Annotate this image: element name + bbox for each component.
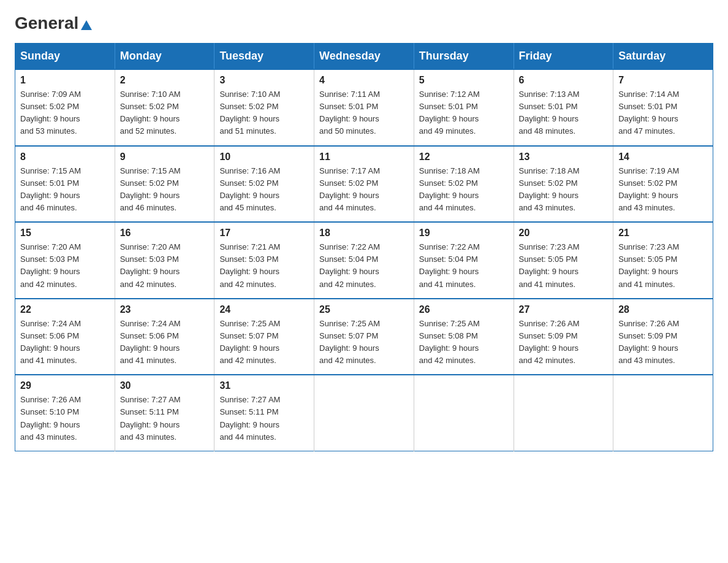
day-info-line: Sunrise: 7:25 AM [319, 318, 409, 330]
day-info-line: Sunset: 5:05 PM [618, 253, 708, 266]
day-info-line: Daylight: 9 hours [20, 419, 110, 431]
day-info-line: Sunset: 5:03 PM [219, 253, 309, 266]
day-info: Sunrise: 7:14 AMSunset: 5:01 PMDaylight:… [618, 88, 708, 138]
day-info: Sunrise: 7:15 AMSunset: 5:01 PMDaylight:… [20, 165, 110, 215]
day-info-line: and 43 minutes. [20, 431, 110, 443]
day-info-line: Sunrise: 7:10 AM [219, 88, 309, 101]
day-info-line: and 42 minutes. [120, 278, 210, 291]
day-info-line: Daylight: 9 hours [120, 113, 210, 125]
day-info-line: Sunset: 5:02 PM [20, 101, 110, 113]
day-info-line: Sunset: 5:06 PM [120, 330, 210, 342]
day-info: Sunrise: 7:18 AMSunset: 5:02 PMDaylight:… [519, 165, 609, 215]
day-info-line: Daylight: 9 hours [120, 419, 210, 431]
day-info: Sunrise: 7:26 AMSunset: 5:09 PMDaylight:… [618, 318, 708, 367]
day-info-line: and 41 minutes. [419, 278, 509, 291]
calendar-cell: 8Sunrise: 7:15 AMSunset: 5:01 PMDaylight… [15, 146, 115, 223]
day-info-line: Daylight: 9 hours [219, 419, 309, 431]
day-info-line: Sunrise: 7:23 AM [519, 241, 609, 253]
day-info-line: and 45 minutes. [219, 202, 309, 214]
calendar-cell: 12Sunrise: 7:18 AMSunset: 5:02 PMDayligh… [414, 146, 514, 223]
day-number: 26 [419, 304, 509, 315]
calendar-cell: 9Sunrise: 7:15 AMSunset: 5:02 PMDaylight… [115, 146, 214, 223]
day-info-line: Sunset: 5:05 PM [519, 253, 609, 266]
day-number: 15 [20, 228, 110, 239]
day-number: 16 [120, 228, 210, 239]
day-info-line: Sunset: 5:04 PM [419, 253, 509, 266]
calendar-cell: 20Sunrise: 7:23 AMSunset: 5:05 PMDayligh… [514, 222, 613, 299]
day-info-line: Daylight: 9 hours [618, 266, 708, 278]
day-info-line: Sunrise: 7:12 AM [419, 88, 509, 101]
logo-icon: General [15, 15, 93, 32]
day-info-line: Daylight: 9 hours [20, 190, 110, 202]
day-info-line: Daylight: 9 hours [20, 342, 110, 354]
day-info-line: Daylight: 9 hours [120, 266, 210, 278]
day-info-line: Sunset: 5:09 PM [618, 330, 708, 342]
day-info-line: Daylight: 9 hours [20, 113, 110, 125]
day-info-line: and 42 minutes. [219, 278, 309, 291]
calendar-week-row: 15Sunrise: 7:20 AMSunset: 5:03 PMDayligh… [15, 222, 713, 299]
day-number: 28 [618, 304, 708, 315]
day-info-line: Sunrise: 7:21 AM [219, 241, 309, 253]
day-info-line: Sunset: 5:02 PM [519, 177, 609, 190]
day-info-line: Sunset: 5:01 PM [319, 101, 409, 113]
day-info-line: Sunrise: 7:18 AM [519, 165, 609, 177]
day-number: 12 [419, 151, 509, 163]
day-info: Sunrise: 7:27 AMSunset: 5:11 PMDaylight:… [120, 394, 210, 443]
day-number: 22 [20, 304, 110, 315]
day-info-line: Sunrise: 7:26 AM [20, 394, 110, 406]
day-info-line: Sunrise: 7:22 AM [419, 241, 509, 253]
weekday-header-wednesday: Wednesday [314, 44, 414, 70]
day-info-line: Sunset: 5:03 PM [120, 253, 210, 266]
day-number: 14 [618, 151, 708, 163]
day-info-line: Sunset: 5:06 PM [20, 330, 110, 342]
calendar-cell: 29Sunrise: 7:26 AMSunset: 5:10 PMDayligh… [15, 375, 115, 451]
calendar-cell: 31Sunrise: 7:27 AMSunset: 5:11 PMDayligh… [214, 375, 314, 451]
day-info-line: Sunset: 5:02 PM [219, 177, 309, 190]
day-number: 19 [419, 228, 509, 239]
day-info-line: Sunrise: 7:20 AM [120, 241, 210, 253]
day-info-line: Sunset: 5:01 PM [20, 177, 110, 190]
day-info-line: Daylight: 9 hours [519, 113, 609, 125]
day-info-line: Daylight: 9 hours [419, 113, 509, 125]
day-info-line: and 44 minutes. [319, 202, 409, 214]
day-info: Sunrise: 7:20 AMSunset: 5:03 PMDaylight:… [120, 241, 210, 291]
day-info-line: Sunrise: 7:23 AM [618, 241, 708, 253]
day-info-line: Sunrise: 7:09 AM [20, 88, 110, 101]
page-header: General [15, 15, 713, 33]
day-info: Sunrise: 7:25 AMSunset: 5:07 PMDaylight:… [219, 318, 309, 367]
day-info-line: and 41 minutes. [20, 354, 110, 367]
calendar-cell: 14Sunrise: 7:19 AMSunset: 5:02 PMDayligh… [613, 146, 713, 223]
day-info-line: Sunrise: 7:27 AM [120, 394, 210, 406]
weekday-header-sunday: Sunday [15, 44, 115, 70]
day-number: 4 [319, 75, 409, 86]
day-info-line: Daylight: 9 hours [519, 266, 609, 278]
day-info-line: Daylight: 9 hours [120, 190, 210, 202]
day-info: Sunrise: 7:09 AMSunset: 5:02 PMDaylight:… [20, 88, 110, 138]
day-info-line: and 44 minutes. [419, 202, 509, 214]
day-info-line: Sunset: 5:03 PM [20, 253, 110, 266]
calendar-cell: 25Sunrise: 7:25 AMSunset: 5:07 PMDayligh… [314, 299, 414, 375]
day-info-line: Daylight: 9 hours [618, 113, 708, 125]
calendar-cell: 17Sunrise: 7:21 AMSunset: 5:03 PMDayligh… [214, 222, 314, 299]
day-info-line: Sunset: 5:01 PM [419, 101, 509, 113]
day-info-line: Daylight: 9 hours [618, 342, 708, 354]
day-info: Sunrise: 7:23 AMSunset: 5:05 PMDaylight:… [519, 241, 609, 291]
day-info: Sunrise: 7:22 AMSunset: 5:04 PMDaylight:… [319, 241, 409, 291]
calendar-cell [514, 375, 613, 451]
day-info: Sunrise: 7:25 AMSunset: 5:08 PMDaylight:… [419, 318, 509, 367]
day-info: Sunrise: 7:21 AMSunset: 5:03 PMDaylight:… [219, 241, 309, 291]
day-info-line: and 43 minutes. [519, 202, 609, 214]
day-info-line: Sunset: 5:02 PM [219, 101, 309, 113]
day-info-line: Sunrise: 7:13 AM [519, 88, 609, 101]
day-info-line: and 49 minutes. [419, 125, 509, 137]
day-info-line: and 41 minutes. [519, 278, 609, 291]
day-number: 21 [618, 228, 708, 239]
day-info: Sunrise: 7:22 AMSunset: 5:04 PMDaylight:… [419, 241, 509, 291]
day-number: 13 [519, 151, 609, 163]
day-info-line: Sunset: 5:07 PM [319, 330, 409, 342]
day-info-line: Sunset: 5:11 PM [120, 406, 210, 418]
calendar-cell: 21Sunrise: 7:23 AMSunset: 5:05 PMDayligh… [613, 222, 713, 299]
day-number: 5 [419, 75, 509, 86]
logo-triangle-icon [80, 18, 93, 31]
day-info: Sunrise: 7:10 AMSunset: 5:02 PMDaylight:… [219, 88, 309, 138]
